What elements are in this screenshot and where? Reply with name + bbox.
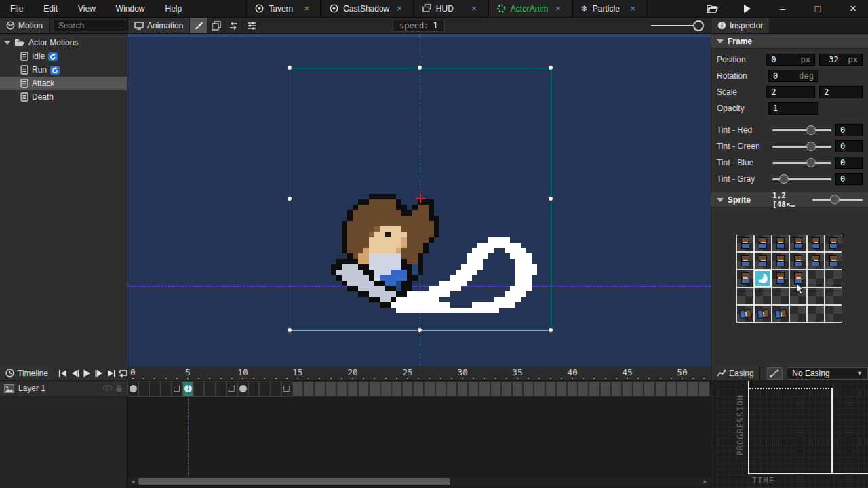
frame-cell[interactable] (512, 381, 523, 396)
frame-cell[interactable] (193, 381, 204, 396)
sheet-cell[interactable] (772, 270, 789, 287)
frame-cell[interactable] (490, 381, 501, 396)
sprite-slider-knob[interactable] (830, 195, 840, 204)
zoom-slider-knob[interactable] (693, 20, 704, 31)
sheet-cell[interactable] (825, 235, 842, 252)
frame-cell[interactable] (271, 381, 281, 396)
frame-cell[interactable] (326, 381, 336, 396)
frame-cell[interactable] (688, 381, 698, 396)
tab-motion[interactable]: Motion (0, 18, 50, 33)
scale-y-field[interactable]: 2 (819, 86, 863, 98)
frame-cell[interactable] (127, 381, 138, 396)
frame-cell[interactable] (446, 381, 457, 396)
sheet-cell[interactable] (736, 235, 754, 252)
sheet-cell[interactable] (736, 287, 754, 305)
selection-handle[interactable] (287, 196, 292, 201)
frame-cell[interactable] (523, 381, 534, 396)
tab-inspector[interactable]: Inspector (711, 18, 770, 33)
horizontal-scrollbar[interactable]: ◄ ► (127, 476, 711, 485)
sheet-cell[interactable] (754, 252, 772, 270)
tint-value-field[interactable]: 0 (835, 124, 863, 136)
menu-help[interactable]: Help (155, 0, 193, 17)
duplicate-tool-button[interactable] (208, 18, 225, 33)
frame-cell[interactable] (391, 381, 402, 396)
sheet-cell[interactable] (825, 287, 842, 305)
tab-particle[interactable]: ❄Particle× (572, 0, 647, 17)
keyframe-track[interactable] (127, 381, 711, 396)
opacity-field[interactable]: 1 (768, 102, 818, 115)
frame-cell[interactable] (237, 381, 248, 396)
minimize-button[interactable]: – (768, 0, 797, 18)
close-button[interactable]: × (838, 0, 868, 18)
tab-actoranim[interactable]: ActorAnim× (488, 0, 572, 17)
frame-cell[interactable] (633, 381, 644, 396)
close-tab-icon[interactable]: × (394, 3, 405, 14)
tab-animation[interactable]: Animation (128, 18, 190, 33)
sheet-cell[interactable] (736, 252, 754, 270)
sheet-cell[interactable] (807, 252, 825, 270)
sheet-cell[interactable] (754, 235, 772, 252)
collapse-icon[interactable] (717, 39, 724, 43)
sheet-cell[interactable] (789, 235, 807, 252)
lock-icon[interactable] (115, 384, 123, 392)
frame-cell[interactable] (369, 381, 380, 396)
tint-slider-knob[interactable] (779, 174, 789, 184)
frame-cell[interactable] (501, 381, 512, 396)
frame-cell[interactable] (567, 381, 578, 396)
sheet-cell[interactable] (807, 287, 825, 305)
sprite-sheet[interactable] (736, 235, 842, 323)
sheet-cell[interactable] (807, 305, 825, 323)
close-tab-icon[interactable]: × (627, 3, 638, 14)
tint-value-field[interactable]: 0 (835, 173, 863, 185)
selection-handle[interactable] (548, 327, 553, 333)
frame-cell[interactable] (644, 381, 654, 396)
expander-icon[interactable] (4, 41, 11, 45)
tab-castshadow[interactable]: CastShadow× (321, 0, 414, 17)
frame-cell[interactable] (698, 381, 709, 396)
scrollbar-thumb[interactable] (138, 478, 450, 485)
swap-tool-button[interactable] (225, 18, 243, 33)
keyframe-hold-icon[interactable] (174, 386, 180, 392)
speed-field[interactable]: speed: 1 (393, 20, 445, 32)
position-y-field[interactable]: -32 px (819, 54, 863, 66)
keyframe-hold-icon[interactable] (229, 386, 235, 392)
frame-cell[interactable] (248, 381, 259, 396)
frame-cell[interactable] (402, 381, 413, 396)
tree-item-idle[interactable]: Idle (0, 49, 127, 63)
skip-end-button[interactable] (106, 367, 117, 380)
menu-file[interactable]: File (0, 0, 33, 17)
frame-cell[interactable] (292, 381, 303, 396)
skip-start-button[interactable] (57, 367, 68, 380)
keyframe-icon[interactable] (239, 385, 247, 392)
selection-handle[interactable] (548, 65, 553, 70)
sheet-cell[interactable] (772, 252, 789, 270)
tab-hud[interactable]: HUD× (414, 0, 488, 17)
timeline-ruler[interactable]: 05101520253035404550 (127, 366, 711, 381)
tree-item-run[interactable]: Run (0, 63, 127, 77)
frame-cell[interactable] (677, 381, 688, 396)
sheet-cell[interactable] (754, 287, 772, 305)
brush-tool-button[interactable] (190, 18, 208, 33)
menu-view[interactable]: View (68, 0, 106, 17)
timeline-track-area[interactable]: 05101520253035404550 ◄ ► (127, 366, 711, 488)
canvas-zoom-slider[interactable] (651, 25, 698, 26)
frame-cell[interactable] (545, 381, 556, 396)
layer-row[interactable]: Layer 1 (0, 381, 127, 396)
frame-cell[interactable] (556, 381, 567, 396)
tint-slider[interactable] (772, 178, 831, 180)
easing-dropdown[interactable]: No Easing ▼ (787, 367, 868, 380)
tint-slider-knob[interactable] (806, 158, 816, 167)
frame-cell[interactable] (611, 381, 622, 396)
sprite-section-header[interactable]: Sprite 1,2 [48×… (711, 192, 868, 207)
tint-slider[interactable] (772, 146, 831, 148)
run-button[interactable] (732, 0, 762, 18)
tab-tavern[interactable]: Tavern× (246, 0, 321, 17)
playhead-line[interactable] (188, 371, 189, 474)
rotation-field[interactable]: 0 deg (768, 70, 818, 82)
scroll-right-icon[interactable]: ► (703, 479, 708, 485)
frame-cell[interactable] (259, 381, 270, 396)
frame-cell[interactable] (281, 381, 292, 396)
close-tab-icon[interactable]: × (469, 3, 479, 14)
frame-cell[interactable] (589, 381, 599, 396)
maximize-button[interactable]: □ (803, 0, 833, 18)
